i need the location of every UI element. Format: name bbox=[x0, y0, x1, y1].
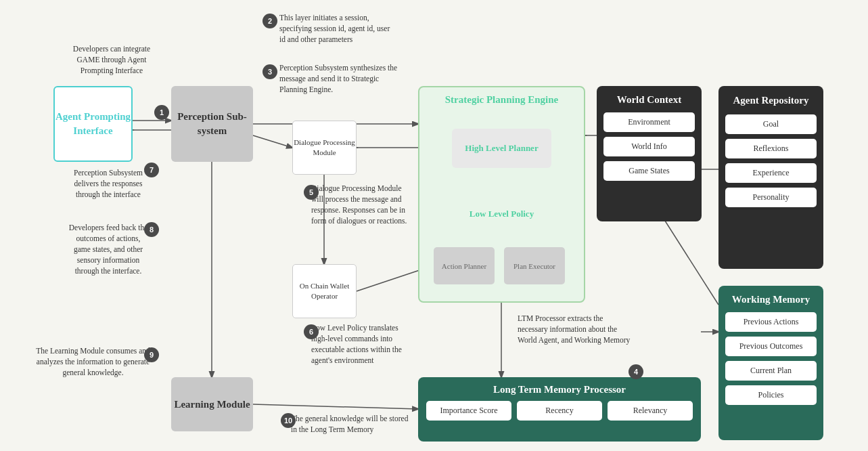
annotation-3: Perception Subsystem synthesizes the mes… bbox=[279, 62, 398, 95]
perception-subsystem-box: Perception Sub­system bbox=[171, 86, 253, 162]
world-info-item: World Info bbox=[603, 137, 695, 156]
learning-module-label: Learning Module bbox=[174, 398, 250, 412]
working-memory-title: Working Memory bbox=[725, 294, 817, 305]
current-plan-item: Current Plan bbox=[725, 361, 817, 381]
annotation-4: LTM Processor extracts the necessary inf… bbox=[518, 313, 631, 345]
personality-item: Personality bbox=[725, 188, 817, 207]
action-planner-box: Action Planner bbox=[434, 247, 495, 284]
step-number-5: 5 bbox=[304, 185, 319, 200]
strategic-planning-title: Strategic Planning Engine bbox=[419, 87, 584, 110]
world-context-box: World Context Environment World Info Gam… bbox=[597, 86, 702, 221]
ltm-title: Long Term Memory Processor bbox=[426, 384, 693, 395]
experience-item: Experience bbox=[725, 163, 817, 183]
agent-prompting-interface-box: Agent Prompting Interface bbox=[53, 86, 133, 162]
annotation-5: Dialogue Processing Module will process … bbox=[311, 183, 413, 226]
step-number-8: 8 bbox=[144, 222, 159, 237]
step-number-4: 4 bbox=[629, 364, 643, 379]
environment-item: Environment bbox=[603, 112, 695, 132]
svg-line-14 bbox=[253, 404, 418, 409]
world-context-title: World Context bbox=[603, 94, 695, 106]
agent-repository-box: Agent Repository Goal Reflexions Experie… bbox=[718, 86, 823, 269]
previous-outcomes-item: Previous Outcomes bbox=[725, 337, 817, 356]
importance-score-item: Importance Score bbox=[426, 401, 511, 421]
reflexions-item: Reflexions bbox=[725, 139, 817, 158]
perception-label: Perception Sub­system bbox=[171, 110, 253, 138]
plan-executor-label: Plan Executor bbox=[513, 262, 555, 270]
dialogue-processing-box: Dialogue Processing Module bbox=[292, 121, 357, 175]
on-chain-wallet-label: On Chain Wallet Operator bbox=[293, 281, 356, 302]
action-planner-label: Action Planner bbox=[442, 262, 486, 270]
svg-line-3 bbox=[253, 135, 292, 148]
annotation-7: Perception Subsystem delivers the respon… bbox=[68, 167, 149, 200]
high-level-planner-label: High Level Planner bbox=[465, 143, 538, 154]
annotation-1: Developers can integrate GAME through Ag… bbox=[61, 43, 162, 76]
annotation-10: The general knowledge will be stored in … bbox=[291, 413, 409, 435]
ltm-box: Long Term Memory Processor Importance Sc… bbox=[418, 377, 701, 442]
annotation-2: This layer initiates a session, specifyi… bbox=[279, 12, 398, 45]
agent-repository-title: Agent Repository bbox=[725, 94, 817, 108]
annotation-6: Low Level Policy translates high-level c… bbox=[311, 322, 413, 366]
low-level-policy-label: Low Level Policy bbox=[452, 209, 551, 219]
relevancy-item: Relevancy bbox=[608, 401, 693, 421]
learning-module-box: Learning Module bbox=[171, 377, 253, 431]
step-number-10: 10 bbox=[281, 413, 296, 428]
high-level-planner-box: High Level Planner bbox=[452, 129, 551, 168]
on-chain-wallet-box: On Chain Wallet Operator bbox=[292, 264, 357, 318]
step-number-2: 2 bbox=[262, 14, 277, 28]
previous-actions-item: Previous Actions bbox=[725, 312, 817, 332]
working-memory-box: Working Memory Previous Actions Previous… bbox=[718, 286, 823, 440]
plan-executor-box: Plan Executor bbox=[504, 247, 565, 284]
step-number-9: 9 bbox=[144, 347, 159, 362]
recency-item: Recency bbox=[517, 401, 602, 421]
step-number-3: 3 bbox=[262, 64, 277, 79]
step-number-7: 7 bbox=[144, 163, 159, 177]
annotation-8: Developers feed back the outcomes of act… bbox=[68, 222, 149, 276]
diagram-container: 1 2 3 4 5 6 7 8 9 10 Developers can inte… bbox=[0, 0, 868, 451]
step-number-6: 6 bbox=[304, 324, 319, 339]
annotation-9: The Learning Module consumes and analyze… bbox=[34, 345, 152, 378]
agent-prompting-label: Agent Prompting Interface bbox=[55, 110, 131, 138]
step-number-1: 1 bbox=[154, 105, 169, 120]
game-states-item: Game States bbox=[603, 161, 695, 181]
policies-item: Policies bbox=[725, 385, 817, 405]
dialogue-processing-label: Dialogue Processing Module bbox=[293, 137, 356, 158]
goal-item: Goal bbox=[725, 114, 817, 134]
